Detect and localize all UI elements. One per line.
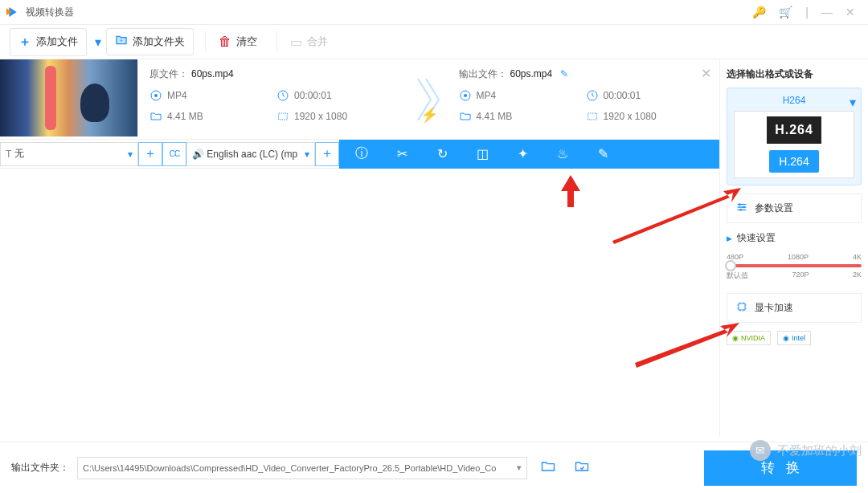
parameter-settings-button[interactable]: 参数设置 [727, 194, 862, 223]
minimize-button[interactable]: — [815, 6, 839, 18]
separator [276, 31, 277, 52]
plus-icon: ＋ [18, 34, 31, 51]
separator [205, 31, 206, 52]
clear-button[interactable]: 🗑 清空 [211, 30, 265, 54]
effects-icon[interactable]: ✦ [514, 146, 530, 161]
source-filename: 60ps.mp4 [191, 68, 234, 79]
trash-icon: 🗑 [219, 35, 231, 49]
gpu-vendor-badges: ◉NVIDIA ◉Intel [727, 331, 862, 345]
merge-icon: ▭ [290, 35, 302, 50]
svg-point-11 [739, 209, 742, 211]
gpu-accel-label: 显卡加速 [755, 301, 793, 315]
conversion-arrow: ⚡ [411, 59, 448, 139]
file-row: 原文件：60ps.mp4 MP4 00:00:01 4.41 MB 1920 x… [0, 59, 719, 140]
app-logo-icon [6, 6, 19, 18]
subtitle-track-value: 无 [14, 147, 24, 161]
svg-text:+: + [120, 38, 123, 43]
audio-track-value: English aac (LC) (mp [207, 149, 297, 160]
resolution-slider[interactable]: 480P1080P4K 默认值720P2K [727, 253, 862, 290]
parameter-settings-label: 参数设置 [755, 202, 793, 215]
merge-label: 合并 [307, 35, 328, 49]
gpu-accel-button[interactable]: 显卡加速 [727, 293, 862, 323]
info-icon[interactable]: ⓘ [354, 145, 370, 162]
right-panel: 选择输出格式或设备 H264 ▾ H.264 H.264 参数设置 快速设置 4… [720, 59, 868, 437]
source-duration: 00:00:01 [276, 89, 373, 102]
annotation-arrow-1 [559, 175, 582, 210]
svg-rect-8 [588, 113, 596, 120]
main-area: 原文件：60ps.mp4 MP4 00:00:01 4.41 MB 1920 x… [0, 59, 868, 437]
add-folder-button[interactable]: + 添加文件夹 [106, 28, 194, 55]
output-path-value: C:\Users\14495\Downloads\Compressed\HD_V… [83, 463, 496, 473]
wechat-icon: ✉ [750, 440, 771, 461]
merge-button[interactable]: ▭ 合并 [282, 30, 336, 55]
crop-icon[interactable]: ◫ [474, 146, 490, 161]
h264-badge-dark: H.264 [767, 116, 821, 144]
clear-label: 清空 [236, 35, 257, 49]
folder-plus-icon: + [115, 34, 128, 50]
source-file-label: 原文件：60ps.mp4 [149, 67, 399, 81]
chip-icon [735, 300, 748, 316]
divider: | [799, 6, 815, 18]
source-label-text: 原文件： [149, 68, 188, 79]
open-folder-button[interactable] [535, 458, 561, 478]
output-file-label: 输出文件：60ps.mp4 ✎ [459, 67, 709, 81]
cc-button[interactable]: CC [162, 142, 186, 166]
output-label-text: 输出文件： [459, 68, 507, 79]
remove-file-button[interactable]: ✕ [701, 66, 711, 81]
svg-point-6 [464, 94, 467, 97]
format-dropdown-icon[interactable]: ▾ [850, 95, 856, 110]
watermark-text: 不爱加班的小刘 [777, 443, 862, 458]
add-file-label: 添加文件 [36, 35, 78, 49]
control-row: T 无▾ ＋ CC 🔊 English aac (LC) (mp▾ ＋ ⓘ ✂ … [0, 140, 719, 169]
cut-icon[interactable]: ✂ [394, 146, 410, 161]
source-panel: 原文件：60ps.mp4 MP4 00:00:01 4.41 MB 1920 x… [138, 59, 411, 139]
format-panel-title: 选择输出格式或设备 [727, 67, 862, 81]
edit-action-strip: ⓘ ✂ ↻ ◫ ✦ ♨ ✎ [339, 140, 719, 169]
output-filename: 60ps.mp4 [510, 68, 553, 79]
quick-settings-header: 快速设置 [727, 231, 862, 245]
watermark-icon[interactable]: ♨ [555, 146, 571, 161]
add-subtitle-button[interactable]: ＋ [138, 142, 162, 166]
browse-folder-button[interactable] [569, 458, 595, 478]
bottom-bar: 输出文件夹： C:\Users\14495\Downloads\Compress… [0, 442, 868, 493]
close-button[interactable]: ✕ [839, 6, 862, 18]
add-file-dropdown[interactable]: ▾ [95, 35, 101, 50]
video-thumbnail[interactable] [0, 59, 138, 136]
watermark: ✉ 不爱加班的小刘 [750, 440, 862, 461]
output-folder-label: 输出文件夹： [11, 461, 69, 475]
audio-track-select[interactable]: 🔊 English aac (LC) (mp▾ [186, 142, 315, 166]
key-icon[interactable]: 🔑 [746, 6, 772, 18]
file-list: 原文件：60ps.mp4 MP4 00:00:01 4.41 MB 1920 x… [0, 59, 720, 437]
svg-point-2 [154, 94, 158, 97]
sliders-icon [735, 201, 748, 216]
edit-filename-button[interactable]: ✎ [560, 68, 568, 79]
svg-rect-12 [739, 304, 745, 310]
title-bar: 视频转换器 🔑 🛒 | — ✕ [0, 0, 868, 24]
edit-icon[interactable]: ✎ [595, 146, 611, 161]
output-path-input[interactable]: C:\Users\14495\Downloads\Compressed\HD_V… [77, 457, 527, 479]
source-format: MP4 [149, 89, 246, 102]
output-format: MP4 [459, 89, 555, 102]
output-panel: 输出文件：60ps.mp4 ✎ MP4 00:00:01 4.41 MB 192… [448, 59, 720, 139]
output-size: 4.41 MB [459, 110, 555, 123]
subtitle-track-select[interactable]: T 无▾ [0, 142, 138, 166]
output-resolution: 1920 x 1080 [586, 110, 682, 123]
main-toolbar: ＋ 添加文件 ▾ + 添加文件夹 🗑 清空 ▭ 合并 [0, 24, 868, 59]
source-resolution: 1920 x 1080 [276, 110, 373, 123]
format-tab-label: H264 [734, 95, 854, 111]
add-file-button[interactable]: ＋ 添加文件 [10, 28, 87, 56]
nvidia-badge: ◉NVIDIA [727, 331, 771, 345]
svg-point-9 [739, 203, 741, 206]
rotate-icon[interactable]: ↻ [434, 146, 450, 161]
cart-icon[interactable]: 🛒 [772, 6, 799, 18]
slider-thumb[interactable] [725, 260, 736, 271]
svg-point-10 [743, 206, 745, 209]
add-audio-button[interactable]: ＋ [315, 142, 339, 166]
format-card[interactable]: H264 ▾ H.264 H.264 [727, 88, 862, 185]
svg-rect-4 [279, 113, 288, 120]
slider-labels-bottom: 默认值720P2K [727, 271, 862, 281]
app-title: 视频转换器 [26, 6, 746, 19]
slider-labels-top: 480P1080P4K [727, 253, 862, 261]
bolt-icon: ⚡ [420, 106, 438, 124]
source-size: 4.41 MB [149, 110, 246, 123]
